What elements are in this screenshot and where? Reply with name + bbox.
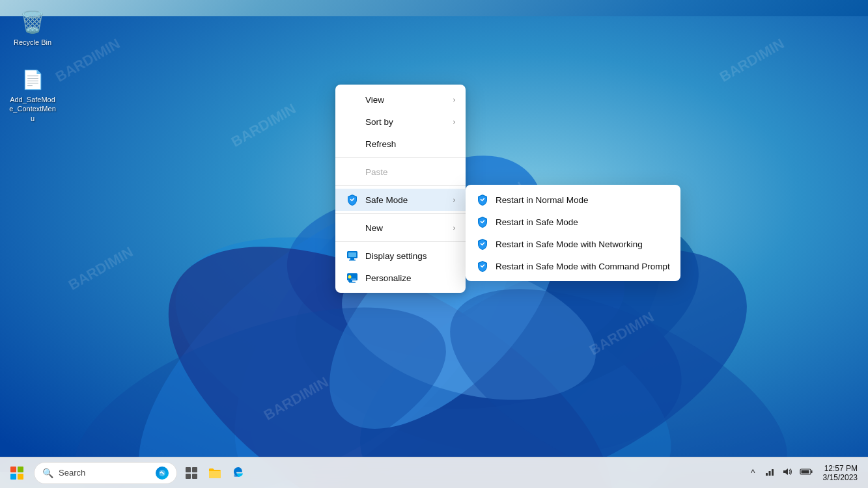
svg-rect-24	[18, 467, 23, 472]
separator-1	[335, 157, 466, 158]
battery-icon[interactable]	[797, 464, 815, 481]
svg-rect-21	[348, 280, 352, 282]
svg-rect-35	[772, 469, 774, 476]
menu-item-personalize[interactable]: Personalize	[335, 267, 466, 289]
menu-item-refresh[interactable]: Refresh	[335, 133, 466, 155]
menu-item-safemode[interactable]: Safe Mode › Restart in Normal Mode	[335, 189, 466, 211]
add-safemode-icon[interactable]: 📄 Add_SafeMode_ContextMenu	[7, 64, 59, 126]
restart-safe-cmd-icon	[476, 260, 489, 273]
menu-item-view[interactable]: View ›	[335, 88, 466, 111]
search-badge	[156, 467, 169, 480]
paste-icon	[346, 165, 359, 178]
refresh-label: Refresh	[365, 139, 455, 149]
separator-3	[335, 213, 466, 214]
svg-rect-28	[186, 467, 191, 472]
svg-rect-22	[349, 282, 356, 283]
separator-2	[335, 185, 466, 186]
view-label: View	[365, 95, 447, 105]
view-arrow: ›	[453, 96, 455, 103]
svg-rect-31	[192, 474, 197, 479]
personalize-icon	[346, 271, 359, 284]
svg-rect-23	[10, 467, 16, 472]
new-arrow: ›	[453, 224, 455, 232]
task-view-button[interactable]	[180, 461, 203, 485]
menu-item-sortby[interactable]: Sort by ›	[335, 111, 466, 133]
menu-item-restart-safe-net[interactable]: Restart in Safe Mode with Networking	[466, 233, 680, 255]
search-magnifier-icon: 🔍	[42, 468, 53, 478]
menu-item-paste[interactable]: Paste	[335, 161, 466, 183]
sortby-label: Sort by	[365, 117, 447, 127]
tray-chevron-icon[interactable]: ^	[748, 465, 758, 481]
svg-rect-34	[768, 471, 770, 476]
svg-rect-16	[350, 258, 354, 260]
new-label: New	[365, 223, 447, 233]
safemode-label: Safe Mode	[365, 195, 447, 205]
start-button[interactable]	[5, 461, 29, 485]
restart-safe-cmd-label: Restart in Safe Mode with Command Prompt	[496, 262, 670, 271]
svg-rect-15	[348, 252, 356, 257]
menu-item-restart-normal[interactable]: Restart in Normal Mode	[466, 189, 680, 211]
svg-rect-29	[192, 467, 197, 472]
recycle-bin-label: Recycle Bin	[14, 38, 51, 47]
svg-rect-25	[10, 474, 16, 480]
sortby-arrow: ›	[453, 118, 455, 126]
display-settings-icon	[346, 249, 359, 262]
restart-normal-icon	[476, 193, 489, 206]
menu-item-restart-safe[interactable]: Restart in Safe Mode	[466, 211, 680, 233]
refresh-icon	[346, 137, 359, 150]
safemode-submenu: Restart in Normal Mode Restart in Safe M…	[466, 185, 680, 281]
svg-rect-33	[766, 473, 768, 476]
clock[interactable]: 12:57 PM 3/15/2023	[818, 463, 863, 483]
svg-point-32	[234, 474, 238, 477]
file-explorer-button[interactable]	[203, 461, 227, 485]
menu-item-new[interactable]: New ›	[335, 217, 466, 239]
safemode-icon	[346, 193, 359, 206]
paste-label: Paste	[365, 167, 455, 177]
svg-rect-38	[801, 470, 809, 474]
menu-item-display-settings[interactable]: Display settings	[335, 245, 466, 267]
network-icon[interactable]	[761, 464, 776, 481]
clock-date: 3/15/2023	[823, 473, 858, 482]
add-safemode-image: 📄	[20, 66, 46, 92]
svg-rect-37	[811, 470, 812, 473]
search-label: Search	[59, 468, 85, 478]
desktop: BARDIMIN BARDIMIN BARDIMIN BARDIMIN BARD…	[0, 0, 868, 488]
view-icon	[346, 93, 359, 106]
svg-rect-17	[349, 260, 356, 261]
menu-item-restart-safe-cmd[interactable]: Restart in Safe Mode with Command Prompt	[466, 255, 680, 277]
system-tray: ^	[743, 457, 868, 488]
new-icon	[346, 221, 359, 234]
svg-rect-20	[351, 278, 356, 280]
svg-rect-26	[18, 474, 23, 480]
restart-normal-label: Restart in Normal Mode	[496, 195, 670, 205]
speaker-icon[interactable]	[779, 464, 794, 481]
svg-rect-30	[186, 474, 191, 479]
context-menu: View › Sort by › Refresh Paste	[335, 85, 466, 293]
svg-point-19	[348, 275, 352, 278]
restart-safe-label: Restart in Safe Mode	[496, 217, 670, 227]
separator-4	[335, 241, 466, 242]
recycle-bin-icon[interactable]: 🗑️ Recycle Bin	[7, 7, 59, 49]
safemode-arrow: ›	[453, 197, 455, 204]
edge-browser-button[interactable]	[227, 461, 250, 485]
search-bar[interactable]: 🔍 Search	[34, 462, 177, 484]
restart-safe-net-label: Restart in Safe Mode with Networking	[496, 239, 670, 249]
add-safemode-label: Add_SafeMode_ContextMenu	[9, 95, 56, 123]
display-settings-label: Display settings	[365, 251, 455, 261]
personalize-label: Personalize	[365, 273, 455, 283]
restart-safe-net-icon	[476, 237, 489, 251]
clock-time: 12:57 PM	[824, 464, 858, 473]
taskbar: 🔍 Search	[0, 457, 868, 488]
recycle-bin-image: 🗑️	[20, 9, 46, 35]
restart-safe-icon	[476, 215, 489, 228]
sortby-icon	[346, 115, 359, 128]
